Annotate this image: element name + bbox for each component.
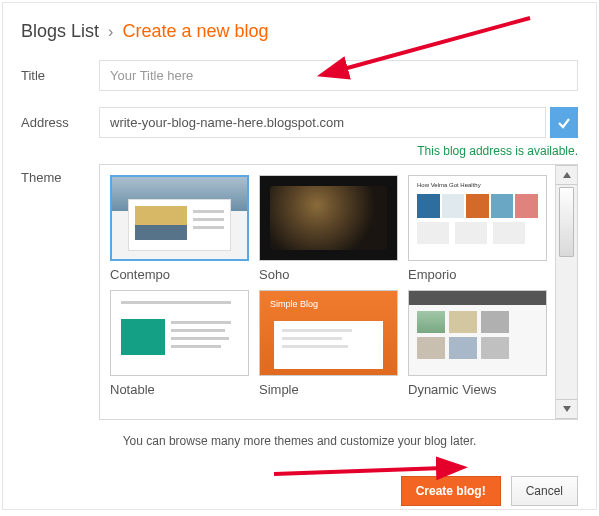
cancel-button[interactable]: Cancel — [511, 476, 578, 506]
helper-text: You can browse many more themes and cust… — [21, 434, 578, 448]
scroll-down-button[interactable] — [556, 399, 577, 419]
theme-thumbnail — [110, 290, 249, 376]
title-label: Title — [21, 60, 99, 83]
theme-name: Contempo — [110, 267, 249, 282]
dialog-actions: Create blog! Cancel — [21, 476, 578, 506]
theme-option-soho[interactable]: Soho — [259, 175, 398, 282]
address-label: Address — [21, 107, 99, 130]
scroll-thumb[interactable] — [559, 187, 574, 257]
theme-scrollbar[interactable] — [555, 165, 577, 419]
theme-thumbnail: Simple Blog — [259, 290, 398, 376]
create-blog-dialog: Blogs List › Create a new blog Title Add… — [2, 2, 597, 510]
title-row: Title — [21, 60, 578, 91]
theme-label: Theme — [21, 164, 99, 420]
theme-name: Dynamic Views — [408, 382, 547, 397]
chevron-right-icon: › — [108, 23, 113, 40]
title-input[interactable] — [99, 60, 578, 91]
theme-option-simple[interactable]: Simple Blog Simple — [259, 290, 398, 397]
theme-name: Notable — [110, 382, 249, 397]
address-input[interactable] — [99, 107, 546, 138]
theme-name: Soho — [259, 267, 398, 282]
theme-thumbnail — [408, 290, 547, 376]
check-icon — [550, 107, 578, 138]
scroll-track[interactable] — [556, 185, 577, 399]
theme-name: Simple — [259, 382, 398, 397]
theme-thumbnail — [259, 175, 398, 261]
address-status: This blog address is available. — [99, 144, 578, 158]
breadcrumb: Blogs List › Create a new blog — [21, 21, 578, 42]
create-blog-button[interactable]: Create blog! — [401, 476, 501, 506]
address-row: Address This blog address is available. — [21, 107, 578, 158]
theme-option-notable[interactable]: Notable — [110, 290, 249, 397]
breadcrumb-root[interactable]: Blogs List — [21, 21, 99, 41]
theme-row: Theme Contempo Soho — [21, 164, 578, 420]
theme-option-emporio[interactable]: How Velma Got Healthy Emporio — [408, 175, 547, 282]
theme-thumbnail: How Velma Got Healthy — [408, 175, 547, 261]
theme-option-dynamic-views[interactable]: Dynamic Views — [408, 290, 547, 397]
theme-option-contempo[interactable]: Contempo — [110, 175, 249, 282]
scroll-up-button[interactable] — [556, 165, 577, 185]
theme-name: Emporio — [408, 267, 547, 282]
theme-picker: Contempo Soho How Velma Got Healthy Empo… — [99, 164, 578, 420]
breadcrumb-current: Create a new blog — [122, 21, 268, 41]
theme-thumbnail — [110, 175, 249, 261]
